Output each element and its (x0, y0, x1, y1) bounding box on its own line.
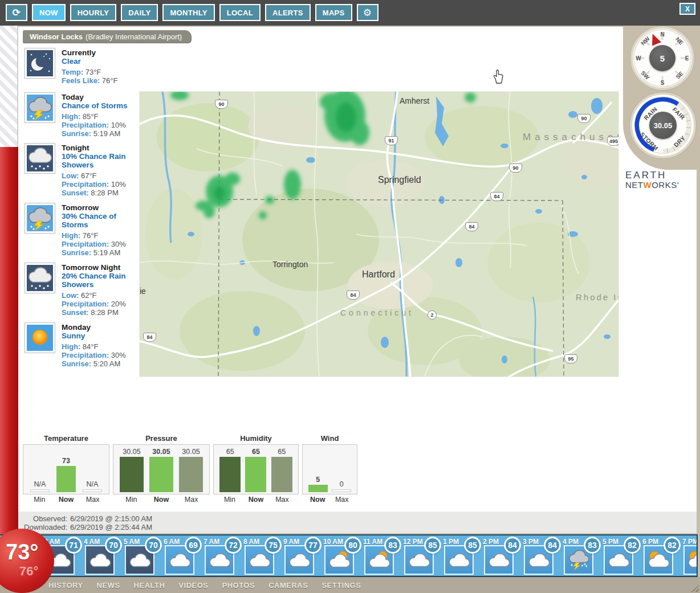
bar-now (56, 466, 76, 492)
moon-clear-night-icon (25, 48, 55, 78)
refresh-button[interactable]: ⟳ (6, 4, 27, 21)
hourly-temp-badge: 70 (145, 537, 162, 554)
hourly-temp-badge: 77 (304, 537, 321, 554)
bar-now (245, 457, 266, 492)
hourly-cell[interactable]: 7 PM (681, 535, 698, 576)
hourly-cell[interactable]: 8 AM 75 (242, 535, 282, 576)
menu-news[interactable]: NEWS (97, 581, 120, 590)
forecast-period: Tomorrow Night (62, 263, 143, 272)
storm-icon (25, 93, 55, 122)
forecast-detail: Temp: 73°F (62, 68, 143, 76)
rain-night-icon (25, 144, 55, 173)
tab-alerts[interactable]: ALERTS (265, 4, 311, 21)
settings-button[interactable]: ⚙ (357, 4, 379, 21)
hourly-cell[interactable]: 5 PM 82 (601, 535, 641, 576)
hourly-cell[interactable]: 6 AM 69 (162, 535, 202, 576)
humidity-chart: Humidity 65 65 65 Min Now Max (213, 434, 299, 505)
menu-cameras[interactable]: CAMERAS (268, 581, 308, 590)
close-button[interactable]: X (679, 3, 695, 15)
forecast-detail: Precipitation: 30% (62, 240, 143, 248)
forecast-detail: Sunset: 8:28 PM (62, 308, 143, 317)
hourly-cell[interactable]: 9 AM 77 (282, 535, 322, 576)
forecast-condition: Chance of Storms (62, 101, 143, 110)
forecast-detail: Sunset: 8:28 PM (62, 189, 143, 197)
hourly-cell[interactable]: 10 AM 80 (322, 535, 362, 576)
interstate-shield: 95 (564, 354, 577, 363)
bar-max (83, 489, 102, 492)
city-label: Hartford (362, 269, 395, 280)
wind-chart: Wind 5 0 Now Max (302, 434, 357, 505)
tab-maps[interactable]: MAPS (315, 4, 352, 21)
interstate-shield: 90 (215, 100, 228, 109)
hourly-cell[interactable]: 2 PM 84 (482, 535, 522, 576)
forecast-condition: Sunny (62, 332, 143, 340)
state-label: Massachusetts (523, 132, 618, 143)
bar-max (179, 457, 203, 492)
radar-map[interactable]: Amherst Springfield Torrington Hartford … (140, 92, 618, 377)
menu-videos[interactable]: VIDEOS (178, 581, 208, 590)
pressure-gauge: RAIN FAIR STORM DRY 30.05 (630, 92, 696, 158)
wind-compass-gauge: N NE E SE S SW W NW 5 (630, 26, 694, 90)
forecast-period: Monday (62, 323, 143, 332)
gear-icon: ⚙ (363, 7, 372, 18)
hourly-temp-badge: 84 (544, 537, 561, 554)
tab-monthly[interactable]: MONTHLY (162, 4, 214, 21)
forecast-detail: Precipitation: 20% (62, 300, 143, 308)
forecast-condition: 30% Chance of Storms (62, 212, 143, 229)
location-header: Windsor Locks (Bradley International Air… (23, 30, 191, 43)
interstate-shield: 84 (347, 291, 360, 300)
pressure-value: 30.05 (649, 112, 677, 139)
hourly-temp-badge: 69 (185, 537, 202, 554)
compass-e: E (685, 55, 689, 62)
chart-title: Wind (302, 434, 357, 444)
hourly-cell[interactable]: 11 AM 83 (362, 535, 402, 576)
earth-networks-logo: EARTH NETWORKS' (625, 170, 679, 190)
hourly-cell[interactable]: 5 AM 70 (123, 535, 162, 576)
observation-charts: Temperature N/A 73 N/A Min Now Max Press… (23, 434, 357, 505)
forecast-entry-tomorrow-night: Tomorrow Night 20% Chance Rain Showers L… (25, 263, 143, 317)
forecast-detail: High: 85°F (62, 112, 143, 121)
hourly-cell[interactable]: 4 PM 83 (561, 535, 601, 576)
hourly-temp-badge: 80 (344, 537, 361, 554)
forecast-period: Tomorrow (62, 203, 143, 212)
hourly-cell[interactable]: 4 AM 70 (83, 535, 123, 576)
forecast-period: Today (62, 93, 143, 101)
menu-health[interactable]: HEALTH (134, 581, 165, 590)
hourly-cell[interactable]: 7 AM 72 (202, 535, 242, 576)
hourly-forecast-strip: 3 AM 71 4 AM 70 5 AM 70 6 AM 69 7 AM (0, 534, 698, 577)
hourly-temp-badge: 72 (225, 537, 242, 554)
bar-min (219, 457, 241, 492)
forecast-detail: Sunrise: 5:19 AM (62, 248, 143, 257)
location-name: Windsor Locks (30, 32, 83, 41)
partly-sunny-icon (683, 545, 698, 575)
interstate-shield: 84 (465, 222, 478, 231)
weatherbug-window: ⟳ NOW HOURLY DAILY MONTHLY LOCAL ALERTS … (0, 0, 700, 593)
observed-label: Observed: (17, 514, 67, 523)
hourly-temp-badge: 70 (105, 537, 122, 554)
hourly-cell[interactable]: 12 PM 85 (402, 535, 442, 576)
tab-daily[interactable]: DAILY (121, 4, 158, 21)
menu-history[interactable]: HISTORY (48, 581, 83, 590)
hourly-cell[interactable]: 1 PM 85 (442, 535, 482, 576)
chart-title: Temperature (23, 434, 109, 444)
bottom-menu: HISTORY NEWS HEALTH VIDEOS PHOTOS CAMERA… (0, 577, 700, 593)
forecast-detail: High: 84°F (62, 342, 143, 351)
hourly-cell[interactable]: 3 PM 84 (522, 535, 561, 576)
forecast-period: Currently (62, 48, 143, 57)
bar-max (271, 457, 292, 492)
hourly-cell[interactable]: 6 PM 82 (641, 535, 681, 576)
forecast-entry-tomorrow: Tomorrow 30% Chance of Storms High: 76°F… (25, 203, 143, 257)
temperature-chart: Temperature N/A 73 N/A Min Now Max (23, 434, 109, 505)
location-station: (Bradley International Airport) (86, 32, 182, 41)
tab-hourly[interactable]: HOURLY (70, 4, 117, 21)
interstate-shield: 84 (490, 192, 503, 201)
tab-local[interactable]: LOCAL (219, 4, 261, 21)
feels-like-temp: 76° (19, 564, 38, 579)
city-label: Torrington (272, 260, 308, 269)
observed-value: 6/29/2019 @ 2:15:00 AM (70, 514, 152, 523)
menu-photos[interactable]: PHOTOS (222, 581, 255, 590)
tab-now[interactable]: NOW (32, 4, 66, 21)
menu-settings[interactable]: SETTINGS (321, 581, 361, 590)
forecast-condition: 20% Chance Rain Showers (62, 272, 143, 289)
wind-speed-value: 5 (649, 45, 675, 71)
